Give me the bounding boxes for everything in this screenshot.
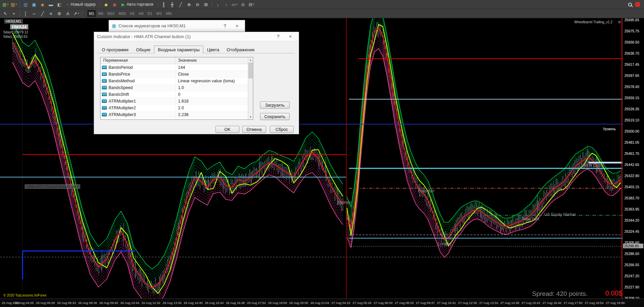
table-scrollbar[interactable]: ▲ ▼ xyxy=(248,57,253,119)
arrows-tool[interactable]: ↗▾ xyxy=(72,10,80,17)
timeframe-m30[interactable]: M30 xyxy=(117,10,127,17)
param-value[interactable]: 1.0 xyxy=(175,84,248,91)
price-axis-label: 25519.10 xyxy=(624,118,639,122)
candlestick-chart-button-icon: ╫ xyxy=(171,2,174,7)
param-value[interactable]: 1.618 xyxy=(175,98,248,104)
text-tool[interactable]: A xyxy=(64,10,72,17)
close-button[interactable]: × xyxy=(232,20,242,31)
session-new-york: New York xyxy=(522,217,539,221)
parameters-table: Переменная Значение 123BandsPeriod144abc… xyxy=(100,57,253,120)
timeframe-mn[interactable]: MN xyxy=(164,10,173,17)
terminal-button[interactable]: ▬ xyxy=(47,1,55,8)
price-axis[interactable]: 25298.85 25695.6525675.7525656.5025636.7… xyxy=(622,18,644,299)
horizontal-line-tool[interactable]: ─ xyxy=(30,10,38,17)
bar-chart-button[interactable]: ║ xyxy=(160,1,168,8)
close-button[interactable]: × xyxy=(285,32,295,41)
param-value[interactable]: Close xyxy=(175,71,248,77)
load-button[interactable]: Загрузить xyxy=(260,102,290,109)
dialog-tabs: О программеОбщиеВходные параметрыЦветаОт… xyxy=(98,46,258,53)
indicator-tag: HMA ATR Channel button(144) xyxy=(25,184,80,189)
dialog-tab-1[interactable]: О программе xyxy=(98,46,133,54)
param-row[interactable]: 1.5ATRMultiplier32.236 xyxy=(100,111,248,118)
auto-trading-button[interactable]: ▶Авто-торговля xyxy=(119,1,156,8)
copyright-label: © 2020 TopLessons.In/Forex xyxy=(3,294,47,297)
param-row[interactable]: 1.5ATRMultiplier22.0 xyxy=(100,105,248,111)
dropdown-arrow-icon: ▾ xyxy=(78,12,79,15)
settings-button-icon: ⊟ xyxy=(248,2,252,7)
dialog-tab-5[interactable]: Отображение xyxy=(223,46,258,54)
help-button[interactable]: ? xyxy=(220,20,230,31)
dialog-tab-4[interactable]: Цвета xyxy=(203,46,223,54)
navigator-button[interactable]: ◈ xyxy=(38,1,47,8)
data-window-button[interactable]: ▣ xyxy=(30,1,38,8)
param-value[interactable]: 144 xyxy=(175,64,248,71)
cursor-tool[interactable]: ↖ xyxy=(1,10,9,17)
timeframe-h4[interactable]: H4 xyxy=(137,10,145,17)
search-icon[interactable] xyxy=(628,3,632,6)
timeframe-m5[interactable]: M5 xyxy=(96,10,105,17)
dialog-tab-2[interactable]: Общие xyxy=(133,46,154,54)
timeframe-h1[interactable]: H1 xyxy=(128,10,136,17)
scrollbar-thumb[interactable] xyxy=(248,63,253,78)
param-row[interactable]: abcBandsPriceClose xyxy=(100,71,248,78)
crosshair-tool[interactable]: + xyxy=(10,10,18,17)
line-chart-button-icon: ╱ xyxy=(179,2,182,7)
timeframe-m15[interactable]: M15 xyxy=(106,10,116,17)
line-chart-button[interactable]: ╱ xyxy=(177,1,185,8)
param-row[interactable]: 123BandsShift0 xyxy=(100,91,248,98)
trendline-tool[interactable]: ╱ xyxy=(38,10,47,17)
scroll-down-icon[interactable]: ▼ xyxy=(248,114,253,119)
tile-windows-button[interactable]: ⊞ xyxy=(202,1,210,8)
param-row[interactable]: abcBandsMethodLinear regression value (l… xyxy=(100,78,248,84)
toolbar-separator xyxy=(100,1,100,7)
timeframe-w1[interactable]: W1 xyxy=(155,10,164,17)
time-axis-label: 27 Aug 10:41 xyxy=(437,301,456,305)
dialog-tab-3[interactable]: Входные параметры xyxy=(154,46,203,54)
sort-ascending-button[interactable]: ↑ xyxy=(222,1,230,8)
settings-button[interactable]: ⊟▾ xyxy=(247,1,256,8)
timeframe-m1[interactable]: M1 xyxy=(87,10,96,17)
reset-button[interactable]: Сброс xyxy=(270,126,294,133)
param-row[interactable]: 1.5ATRMultiplier11.618 xyxy=(100,98,248,105)
market-watch-button[interactable]: ▥ xyxy=(22,1,30,8)
price-axis-label: 25247.20 xyxy=(624,274,639,278)
clock-button[interactable]: ⊙ xyxy=(239,1,247,8)
timeframe-d1[interactable]: D1 xyxy=(146,10,154,17)
dropdown-arrow-icon: ▾ xyxy=(236,3,238,6)
vertical-line-tool[interactable]: │ xyxy=(22,10,30,17)
fibonacci-tool[interactable]: Φ xyxy=(55,10,63,17)
profiles-button[interactable]: ▤▾ xyxy=(10,1,18,8)
custom-indicator-titlebar[interactable]: Custom Indicator - HMA ATR Channel butto… xyxy=(94,32,299,41)
cancel-button[interactable]: Отмена xyxy=(242,126,266,133)
param-value[interactable]: 2.0 xyxy=(175,105,248,111)
price-axis-label: 25656.50 xyxy=(624,40,639,44)
windows-button[interactable]: ▭▾ xyxy=(231,1,239,8)
channel-tool[interactable]: ≡ xyxy=(47,10,55,17)
horizontal-line-tool-icon: ─ xyxy=(32,11,35,16)
candlestick-chart-button[interactable]: ╫ xyxy=(168,1,176,8)
sort-descending-button[interactable]: ↓ xyxy=(214,1,222,8)
param-value[interactable]: Linear regression value (lsma) xyxy=(175,78,248,84)
scroll-up-icon[interactable]: ▲ xyxy=(248,57,253,62)
price-axis-label: 25324.45 xyxy=(624,229,639,233)
dropdown-arrow-icon: ▾ xyxy=(7,3,8,6)
zoom-out-button[interactable]: ⊖ xyxy=(194,1,202,8)
alert-icon[interactable] xyxy=(635,2,640,7)
time-axis[interactable]: 25 Aug 202126 Aug 04:2526 Aug 05:2926 Au… xyxy=(0,299,644,307)
help-button[interactable]: ? xyxy=(273,32,283,41)
time-axis-label: 27 Aug 17:50 xyxy=(564,301,583,305)
save-button[interactable]: Сохранить xyxy=(260,113,290,120)
strategy-tester-button[interactable]: ◧ xyxy=(55,1,63,8)
ok-button[interactable]: OK xyxy=(215,126,239,133)
new-chart-button[interactable]: ▦▾ xyxy=(1,1,9,8)
param-row[interactable]: 123BandsPeriod144 xyxy=(100,64,248,71)
new-order-button[interactable]: +Новый ордер xyxy=(64,1,98,8)
price-chart xyxy=(0,18,622,299)
param-row[interactable]: 1.5BandsSpeed1.0 xyxy=(100,84,248,91)
param-value[interactable]: 2.236 xyxy=(175,111,248,118)
zoom-in-button[interactable]: ⊕ xyxy=(185,1,193,8)
param-value[interactable]: 0 xyxy=(175,91,248,97)
time-axis-label: 26 Aug 10:44 xyxy=(120,301,139,305)
metaeditor-button[interactable]: ◆ xyxy=(102,1,110,8)
history-center-button[interactable]: ◉ xyxy=(110,1,118,8)
